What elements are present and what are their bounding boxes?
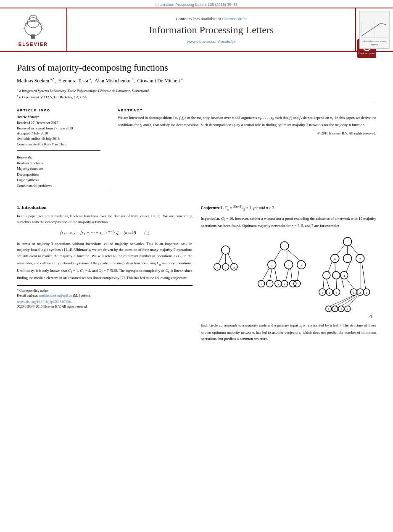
svg-text:7: 7 [359, 258, 361, 261]
svg-line-53 [337, 245, 344, 255]
body-divider [17, 196, 376, 196]
article-info-label: ARTICLE INFO [17, 108, 100, 112]
available-date: Available online 10 July 2018 [17, 136, 100, 142]
svg-line-59 [335, 262, 335, 271]
revised-date: Received in revised form 27 June 2018 [17, 126, 100, 131]
abstract-section: ABSTRACT We are interested in decomposit… [109, 108, 376, 189]
svg-text:3: 3 [277, 283, 279, 286]
publisher-logo-section: ELSEVIER [0, 8, 67, 51]
svg-point-21 [280, 242, 288, 250]
keywords-label: Keywords: [17, 155, 100, 159]
contents-available-text: Contents lists available at ScienceDirec… [176, 16, 247, 21]
author-alan: Alan Mishchenko [95, 78, 131, 84]
svg-text:2: 2 [269, 283, 271, 286]
keyword-2: Majority functions [17, 166, 100, 172]
svg-line-15 [218, 254, 223, 263]
keyword-4: Logic synthesis [17, 177, 100, 183]
article-history-label: Article history: [17, 115, 100, 119]
keyword-1: Boolean functions [17, 161, 100, 166]
left-column: 1. Introduction In this paper, we are co… [17, 205, 193, 345]
info-divider [17, 150, 100, 151]
affiliation-b: b b Department of EECS, UC Berkeley, CA,… [17, 94, 376, 100]
paper-title: Pairs of majority-decomposing functions [17, 62, 376, 73]
tree-diagrams: 1 2 3 [201, 233, 377, 318]
svg-text:1: 1 [296, 283, 298, 286]
svg-line-24 [274, 249, 281, 261]
journal-thumbnail-section: information processing letters [355, 8, 393, 51]
journal-cover-graph-icon [360, 19, 389, 40]
email-link[interactable]: mathias.soeken@epfl.ch [39, 294, 72, 298]
right-caption: Each circle corresponds to a majority no… [201, 322, 377, 342]
svg-text:4: 4 [347, 308, 348, 311]
svg-text:5: 5 [271, 264, 273, 267]
svg-line-74 [361, 262, 365, 289]
svg-point-56 [322, 271, 330, 279]
svg-line-63 [323, 279, 324, 289]
majority-trees-svg: 1 2 3 [201, 233, 377, 317]
svg-line-89 [335, 295, 355, 306]
svg-text:2: 2 [225, 266, 227, 269]
svg-text:4: 4 [343, 274, 345, 278]
svg-line-47 [297, 269, 299, 280]
svg-line-30 [269, 269, 272, 280]
svg-text:3: 3 [301, 264, 302, 267]
svg-text:6: 6 [334, 258, 336, 261]
keyword-3: Decomposition [17, 172, 100, 178]
author-eleonora: Eleonora Testa [58, 78, 88, 84]
svg-text:1: 1 [366, 291, 367, 295]
svg-text:2: 2 [359, 291, 361, 295]
title-divider [17, 104, 376, 104]
svg-line-64 [326, 279, 329, 289]
svg-line-72 [346, 279, 353, 289]
svg-text:4: 4 [284, 283, 285, 286]
author-giovanni: Giovanni De Micheli [137, 78, 180, 84]
sciencedirect-link[interactable]: ScienceDirect [222, 16, 247, 21]
journal-header: ELSEVIER Contents lists available at Sci… [0, 8, 393, 52]
svg-text:1: 1 [261, 283, 262, 286]
svg-text:3: 3 [233, 266, 235, 269]
svg-line-88 [329, 295, 353, 306]
right-column: Conjecture 1. Cn = 3(n−3)/2 + 1, for odd… [201, 205, 377, 345]
svg-point-49 [343, 237, 351, 246]
svg-text:1: 1 [322, 291, 323, 295]
svg-text:2: 2 [334, 308, 335, 311]
journal-title: Information Processing Letters [149, 24, 274, 36]
rights-text: 0020-0190/© 2018 Elsevier B.V. All right… [17, 305, 193, 308]
intro-para-1: In this paper, we are considering Boolea… [17, 213, 193, 226]
accepted-date: Accepted 7 July 2018 [17, 131, 100, 136]
svg-text:1: 1 [216, 266, 218, 269]
keywords-section: Keywords: Boolean functions Majority fun… [17, 155, 100, 189]
journal-url[interactable]: www.elsevier.com/locate/ipl [187, 39, 236, 44]
two-column-body: 1. Introduction In this paper, we are co… [17, 205, 376, 345]
introduction-heading: 1. Introduction [17, 205, 193, 210]
svg-rect-0 [31, 34, 35, 39]
svg-text:2: 2 [329, 291, 330, 295]
elsevier-tree-icon [16, 13, 50, 41]
abstract-label: ABSTRACT [118, 108, 376, 112]
footnote-section: * Corresponding author. E-mail address: … [17, 285, 193, 308]
received-date: Received 27 December 2017 [17, 120, 100, 126]
svg-line-71 [341, 279, 344, 289]
abstract-text: We are interested in decompositions ⟨xn … [118, 115, 376, 129]
footnote-corresponding: * Corresponding author. [17, 288, 193, 293]
svg-line-37 [290, 269, 292, 280]
formula-1: ⟨x1 …xn⟩ = [x1 + ⋯ + xn > n−1/2], (n odd… [17, 229, 193, 236]
journal-cover-thumb: information processing letters [359, 11, 390, 49]
svg-point-2 [27, 18, 39, 28]
article-info-section: ARTICLE INFO Article history: Received 2… [17, 108, 109, 189]
svg-line-58 [328, 262, 332, 272]
svg-text:3: 3 [336, 291, 338, 295]
journal-thumb-text: information processing letters [361, 40, 388, 47]
footnote-email: E-mail address: mathias.soeken@epfl.ch (… [17, 293, 193, 298]
check-updates-label: Check for updates [358, 52, 375, 55]
svg-point-11 [221, 246, 229, 254]
affiliation-a: a a Integrated Systems Laboratory, École… [17, 87, 376, 94]
doi-link[interactable]: https://doi.org/10.1016/j.ipl.2018.07.00… [17, 300, 193, 304]
svg-line-91 [347, 295, 359, 306]
svg-line-67 [346, 262, 350, 272]
svg-line-29 [262, 269, 269, 280]
svg-line-35 [287, 250, 300, 261]
svg-text:3: 3 [340, 308, 342, 311]
intro-para-2: in terms of majority-3 operations withou… [17, 241, 193, 281]
authors-line: Mathias Soeken a,*, Eleonora Testa a, Al… [17, 77, 376, 84]
